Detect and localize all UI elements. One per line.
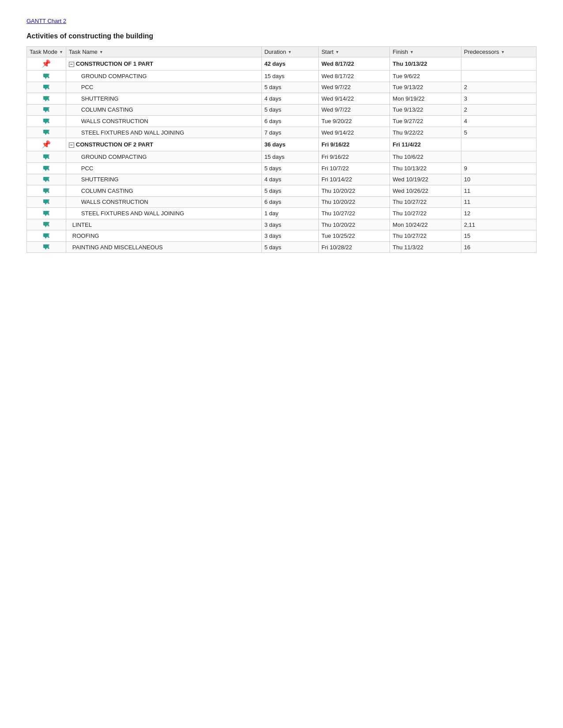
duration-cell: 7 days xyxy=(261,127,318,138)
task-mode-cell: 📌 xyxy=(27,57,66,71)
svg-marker-16 xyxy=(45,111,47,113)
task-mode-cell xyxy=(27,196,66,208)
predecessors-sort-icon[interactable]: ▼ xyxy=(501,50,505,54)
start-cell: Fri 10/7/22 xyxy=(318,162,389,174)
col-header-start[interactable]: Start ▼ xyxy=(318,47,389,57)
start-cell: Fri 9/16/22 xyxy=(318,151,389,163)
svg-rect-65 xyxy=(43,233,48,237)
finish-cell: Wed 10/19/22 xyxy=(390,174,461,185)
page-title[interactable]: GANTT Chart 2 xyxy=(26,18,537,24)
duration-cell: 6 days xyxy=(261,116,318,127)
svg-rect-50 xyxy=(43,199,48,203)
start-cell: Wed 9/7/22 xyxy=(318,104,389,116)
predecessors-cell xyxy=(461,151,536,163)
start-cell: Tue 10/25/22 xyxy=(318,230,389,242)
svg-rect-0 xyxy=(43,74,48,77)
finish-sort-icon[interactable]: ▼ xyxy=(410,50,414,54)
col-header-task-mode[interactable]: Task Mode ▼ xyxy=(27,47,66,57)
task-mode-sort-icon[interactable]: ▼ xyxy=(59,50,63,54)
start-cell: Wed 8/17/22 xyxy=(318,57,389,71)
task-mode-cell xyxy=(27,93,66,105)
col-header-task-name[interactable]: Task Name ▼ xyxy=(66,47,261,57)
start-cell: Wed 9/14/22 xyxy=(318,127,389,138)
col-header-predecessors[interactable]: Predecessors ▼ xyxy=(461,47,536,57)
task-name-cell: PAINTING AND MISCELLANEOUS xyxy=(66,241,261,253)
start-cell: Fri 10/28/22 xyxy=(318,241,389,253)
predecessors-cell: 11 xyxy=(461,196,536,208)
task-mode-cell xyxy=(27,116,66,127)
col-header-duration[interactable]: Duration ▼ xyxy=(261,47,318,57)
predecessors-cell: 5 xyxy=(461,127,536,138)
task-name-cell: STEEL FIXTURES AND WALL JOINING xyxy=(66,208,261,219)
task-name-cell: COLUMN CASTING xyxy=(66,104,261,116)
predecessors-cell: 2,11 xyxy=(461,219,536,230)
predecessors-cell: 2 xyxy=(461,82,536,93)
svg-marker-1 xyxy=(45,77,47,79)
duration-sort-icon[interactable]: ▼ xyxy=(288,50,292,54)
duration-cell: 5 days xyxy=(261,185,318,197)
svg-rect-35 xyxy=(43,166,48,169)
predecessors-cell xyxy=(461,71,536,82)
svg-marker-21 xyxy=(45,122,47,124)
finish-cell: Thu 10/27/22 xyxy=(390,230,461,242)
task-name-cell: GROUND COMPACTING xyxy=(66,71,261,82)
finish-cell: Fri 11/4/22 xyxy=(390,138,461,151)
col-header-finish[interactable]: Finish ▼ xyxy=(390,47,461,57)
svg-rect-15 xyxy=(43,107,48,111)
duration-cell: 5 days xyxy=(261,241,318,253)
finish-cell: Thu 9/22/22 xyxy=(390,127,461,138)
svg-rect-60 xyxy=(43,222,48,225)
task-name-cell: STEEL FIXTURES AND WALL JOINING xyxy=(66,127,261,138)
predecessors-cell: 11 xyxy=(461,185,536,197)
finish-cell: Mon 9/19/22 xyxy=(390,93,461,105)
collapse-button[interactable]: − xyxy=(69,143,74,148)
predecessors-cell xyxy=(461,57,536,71)
task-mode-cell xyxy=(27,71,66,82)
task-mode-cell xyxy=(27,230,66,242)
duration-cell: 5 days xyxy=(261,104,318,116)
finish-cell: Tue 9/27/22 xyxy=(390,116,461,127)
predecessors-cell xyxy=(461,138,536,151)
duration-cell: 4 days xyxy=(261,174,318,185)
duration-cell: 1 day xyxy=(261,208,318,219)
finish-cell: Mon 10/24/22 xyxy=(390,219,461,230)
task-name-sort-icon[interactable]: ▼ xyxy=(99,50,103,54)
finish-cell: Wed 10/26/22 xyxy=(390,185,461,197)
svg-marker-66 xyxy=(45,237,47,239)
svg-marker-61 xyxy=(45,225,47,227)
predecessors-cell: 4 xyxy=(461,116,536,127)
svg-marker-31 xyxy=(45,158,47,160)
gantt-table: Task Mode ▼ Task Name ▼ Duration ▼ Start xyxy=(26,46,537,253)
finish-cell: Thu 10/6/22 xyxy=(390,151,461,163)
task-name-cell: PCC xyxy=(66,162,261,174)
svg-marker-26 xyxy=(45,133,47,135)
task-name-cell: SHUTTERING xyxy=(66,174,261,185)
start-cell: Wed 9/14/22 xyxy=(318,93,389,105)
predecessors-cell: 2 xyxy=(461,104,536,116)
svg-rect-45 xyxy=(43,188,48,192)
finish-cell: Tue 9/6/22 xyxy=(390,71,461,82)
task-mode-cell xyxy=(27,174,66,185)
task-mode-cell xyxy=(27,82,66,93)
svg-marker-6 xyxy=(45,88,47,90)
task-mode-cell xyxy=(27,151,66,163)
task-mode-cell xyxy=(27,162,66,174)
task-name-cell: WALLS CONSTRUCTION xyxy=(66,196,261,208)
task-mode-cell xyxy=(27,185,66,197)
finish-cell: Thu 10/27/22 xyxy=(390,208,461,219)
predecessors-cell: 15 xyxy=(461,230,536,242)
task-mode-cell xyxy=(27,127,66,138)
svg-rect-20 xyxy=(43,119,48,122)
task-name-cell: ROOFING xyxy=(66,230,261,242)
start-sort-icon[interactable]: ▼ xyxy=(335,50,339,54)
start-cell: Fri 10/14/22 xyxy=(318,174,389,185)
task-name-cell: COLUMN CASTING xyxy=(66,185,261,197)
finish-cell: Thu 10/27/22 xyxy=(390,196,461,208)
predecessors-cell: 9 xyxy=(461,162,536,174)
collapse-button[interactable]: − xyxy=(69,62,74,67)
duration-cell: 15 days xyxy=(261,71,318,82)
section-title: Activities of constructing the building xyxy=(26,32,537,40)
start-cell: Wed 8/17/22 xyxy=(318,71,389,82)
task-name-cell: GROUND COMPACTING xyxy=(66,151,261,163)
svg-marker-36 xyxy=(45,169,47,171)
